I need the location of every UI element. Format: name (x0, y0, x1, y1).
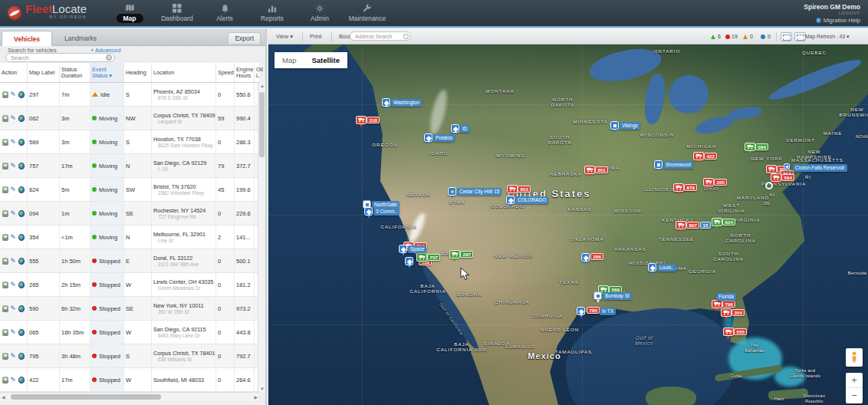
nav-item-maintenance[interactable]: Maintenance (344, 0, 391, 26)
edit-vehicle-icon[interactable]: ✎ (10, 234, 16, 241)
vehicle-marker-red[interactable] (507, 185, 518, 193)
locate-vehicle-icon[interactable] (2, 163, 8, 170)
landmark-label[interactable]: Bombay St (603, 292, 632, 300)
vehicle-marker-red[interactable] (584, 166, 595, 174)
landmark-label[interactable]: Space (408, 245, 426, 253)
landmark-pin[interactable] (593, 291, 602, 300)
vehicle-tag[interactable]: 265 (714, 179, 727, 186)
landmark-pin[interactable] (382, 98, 390, 107)
landmark-label[interactable]: Vikings (620, 122, 640, 130)
map-vehicle-icon[interactable] (18, 115, 25, 122)
logout-link[interactable]: LOGOUT (804, 11, 860, 15)
landmark-label[interactable]: Cedar City HW 15 (457, 188, 501, 196)
vehicle-tag[interactable]: 624 (722, 219, 735, 226)
map-refresh-dropdown[interactable]: Map Refresh : 43 ▾ (805, 34, 849, 40)
landmark-label[interactable]: Florida (716, 293, 736, 301)
edit-vehicle-icon[interactable]: ✎ (10, 210, 16, 217)
map-mode-button[interactable]: Map (275, 52, 304, 68)
landmark-pin[interactable] (451, 124, 459, 133)
scroll-left-arrow[interactable]: ◀ (2, 394, 5, 400)
vehicle-marker-green[interactable] (449, 250, 460, 258)
edit-vehicle-icon[interactable]: ✎ (10, 353, 16, 360)
landmark-label[interactable]: ID (460, 125, 470, 133)
landmark-label[interactable]: Louis.. (657, 264, 676, 272)
map-vehicle-icon[interactable] (18, 353, 25, 360)
table-row[interactable]: ✎2977mIdleSPhoenix, AZ 85034878 S 16th S… (0, 83, 259, 107)
horizontal-scrollbar[interactable]: ◀ ▶ (0, 392, 259, 400)
vehicle-marker-red[interactable] (721, 308, 732, 317)
table-row[interactable]: ✎5906h 32mStoppedSENew York, NY 10011351… (0, 297, 259, 321)
map-vehicle-icon[interactable] (18, 163, 25, 170)
table-row[interactable]: ✎0941mMovingSERochester, NY 14524727 Elm… (0, 202, 259, 226)
landmark-pin[interactable] (610, 121, 619, 130)
tab-vehicles[interactable]: Vehicles (2, 31, 52, 46)
vehicle-search-input[interactable] (5, 53, 115, 62)
table-row[interactable]: ✎42217mStoppedWSouthfield, MI 480330264.… (0, 368, 259, 392)
nav-item-admin[interactable]: Admin (296, 0, 344, 26)
export-button[interactable]: Export (228, 32, 261, 44)
column-header-label[interactable]: Map Label (28, 63, 60, 82)
vehicle-marker-red[interactable] (356, 116, 367, 124)
nav-item-alerts[interactable]: Alerts (201, 0, 248, 26)
locate-vehicle-icon[interactable] (2, 258, 8, 265)
column-header-dur[interactable]: Status Duration (60, 63, 90, 82)
map-vehicle-icon[interactable] (18, 282, 25, 288)
map-vehicle-icon[interactable] (18, 91, 25, 98)
map-vehicle-icon[interactable] (18, 377, 25, 384)
column-header-hours[interactable]: Engine Hours (235, 63, 255, 82)
locate-vehicle-icon[interactable] (2, 139, 8, 146)
column-header-action[interactable]: Action (0, 63, 28, 82)
scroll-down-arrow[interactable]: ▼ (258, 387, 266, 391)
vehicle-tag[interactable]: 297 (460, 251, 473, 258)
vehicle-marker-red[interactable] (703, 178, 714, 186)
route-tag[interactable]: 15 (700, 222, 711, 229)
nav-item-reports[interactable]: Reports (248, 0, 296, 26)
landmark-label[interactable]: Potatos (433, 134, 455, 142)
map-vehicle-icon[interactable] (18, 139, 25, 146)
table-row[interactable]: ✎7953h 48mStoppedSCorpus Christi, TX 784… (0, 344, 259, 368)
landmark-pin[interactable] (424, 133, 432, 142)
vehicle-marker-red[interactable] (723, 328, 734, 336)
column-header-head[interactable]: Heading (124, 63, 152, 82)
map-vehicle-icon[interactable] (18, 329, 25, 336)
landmark-pin[interactable] (577, 307, 585, 315)
scroll-right-arrow[interactable]: ▶ (254, 394, 258, 400)
column-header-speed[interactable]: Speed (216, 63, 235, 82)
fit-bounds-icon[interactable] (794, 32, 806, 41)
landmark-label[interactable]: Shorewood (663, 161, 693, 169)
landmark-pin[interactable] (654, 160, 663, 169)
map-vehicle-icon[interactable] (18, 258, 25, 265)
nav-item-dashboard[interactable]: Dashboard (153, 0, 201, 26)
landmark-pin[interactable] (506, 196, 515, 204)
address-search-input[interactable] (350, 31, 411, 41)
satellite-mode-button[interactable]: Satellite (304, 52, 347, 68)
vehicle-tag[interactable]: 851 (595, 166, 608, 173)
nav-item-map[interactable]: Map (106, 0, 153, 26)
landmark-label[interactable]: Washington (391, 99, 422, 107)
map-vehicle-icon[interactable] (18, 234, 25, 241)
zoom-selection-icon[interactable] (781, 32, 792, 41)
map-canvas[interactable]: ONTARIOQUEBECMONTANANORTH DAKOTAMINNESOT… (268, 44, 868, 405)
table-row[interactable]: ✎354<1mMovingNMelbourne, FL 32901Line St… (0, 226, 259, 249)
vehicle-tag[interactable]: 422 (704, 153, 717, 160)
table-row[interactable]: ✎5693mMovingSHouston, TX 770388025 Sam H… (0, 130, 259, 154)
zoom-out-button[interactable]: − (846, 388, 863, 403)
table-row[interactable]: ✎06516h 35mStoppedWSan Diego, CA 9211564… (0, 321, 259, 344)
vehicle-tag[interactable]: 318 (367, 117, 380, 123)
horizontal-scroll-thumb[interactable] (11, 394, 161, 400)
locate-vehicle-icon[interactable] (2, 91, 8, 98)
table-row[interactable]: ✎6245mMovingSWBristol, TN 376201582 Volu… (0, 178, 259, 202)
vehicle-tag[interactable]: 594 (781, 174, 794, 181)
edit-vehicle-icon[interactable]: ✎ (10, 139, 16, 146)
migration-help-link[interactable]: iMigration Help (804, 17, 860, 24)
map-vehicle-icon[interactable] (18, 210, 25, 217)
edit-vehicle-icon[interactable]: ✎ (10, 186, 16, 193)
locate-vehicle-icon[interactable] (2, 377, 8, 384)
landmark-pin[interactable] (784, 163, 790, 170)
column-header-loc[interactable]: Location (152, 63, 216, 82)
table-row[interactable]: ✎2652h 15mStoppedWLewis Center, OH 43035… (0, 273, 259, 297)
column-header-oil[interactable]: Oil L (255, 63, 259, 82)
vehicle-tag[interactable]: 094 (755, 143, 768, 150)
vehicle-marker-red[interactable] (676, 221, 686, 229)
landmark-pin[interactable] (364, 207, 373, 216)
